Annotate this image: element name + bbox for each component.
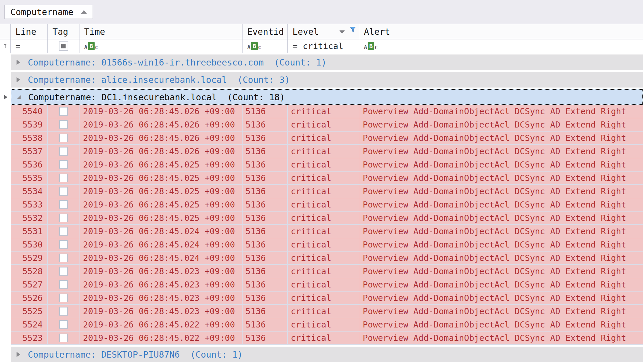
level-cell[interactable]: critical: [288, 145, 359, 158]
group-row-bar[interactable]: Computername: DESKTOP-PIU87N6 (Count: 1): [11, 347, 643, 362]
tag-checkbox[interactable]: [59, 334, 68, 342]
line-cell[interactable]: 5526: [11, 292, 48, 305]
tag-cell[interactable]: [48, 105, 80, 118]
alert-cell[interactable]: Powerview Add-DomainObjectAcl DCSync AD …: [359, 265, 643, 278]
line-cell[interactable]: 5540: [11, 105, 48, 118]
level-cell[interactable]: critical: [288, 278, 359, 292]
alert-cell[interactable]: Powerview Add-DomainObjectAcl DCSync AD …: [359, 332, 643, 345]
tag-filter-checkbox[interactable]: [59, 41, 68, 51]
time-cell[interactable]: 2019-03-26 06:28:45.023 +09:00: [80, 265, 243, 278]
level-cell[interactable]: critical: [288, 318, 359, 332]
line-cell[interactable]: 5527: [11, 278, 48, 292]
time-cell[interactable]: 2019-03-26 06:28:45.025 +09:00: [80, 198, 243, 212]
line-cell[interactable]: 5536: [11, 158, 48, 172]
alert-cell[interactable]: Powerview Add-DomainObjectAcl DCSync AD …: [359, 158, 643, 172]
eventid-cell[interactable]: 5136: [243, 225, 288, 238]
tag-cell[interactable]: [48, 238, 80, 252]
time-cell[interactable]: 2019-03-26 06:28:45.026 +09:00: [80, 118, 243, 132]
eventid-cell[interactable]: 5136: [243, 105, 288, 118]
level-cell[interactable]: critical: [288, 198, 359, 212]
tag-cell[interactable]: [48, 132, 80, 145]
line-cell[interactable]: 5532: [11, 212, 48, 225]
log-row[interactable]: 5532 2019-03-26 06:28:45.025 +09:00 5136…: [0, 212, 643, 225]
level-active-filter-funnel-icon[interactable]: [349, 25, 356, 35]
alert-cell[interactable]: Powerview Add-DomainObjectAcl DCSync AD …: [359, 212, 643, 225]
time-cell[interactable]: 2019-03-26 06:28:45.023 +09:00: [80, 292, 243, 305]
time-cell[interactable]: 2019-03-26 06:28:45.023 +09:00: [80, 278, 243, 292]
filter-cell-alert[interactable]: ABC: [359, 39, 643, 53]
group-expanded-icon[interactable]: [17, 95, 21, 99]
line-cell[interactable]: 5531: [11, 225, 48, 238]
log-row[interactable]: 5524 2019-03-26 06:28:45.022 +09:00 5136…: [0, 318, 643, 332]
tag-cell[interactable]: [48, 318, 80, 332]
alert-cell[interactable]: Powerview Add-DomainObjectAcl DCSync AD …: [359, 252, 643, 265]
eventid-cell[interactable]: 5136: [243, 212, 288, 225]
tag-checkbox[interactable]: [59, 200, 68, 209]
tag-checkbox[interactable]: [59, 240, 68, 249]
eventid-cell[interactable]: 5136: [243, 118, 288, 132]
column-header-level[interactable]: Level: [288, 24, 359, 39]
level-cell[interactable]: critical: [288, 132, 359, 145]
tag-cell[interactable]: [48, 158, 80, 172]
eventid-cell[interactable]: 5136: [243, 238, 288, 252]
time-cell[interactable]: 2019-03-26 06:28:45.025 +09:00: [80, 172, 243, 185]
eventid-cell[interactable]: 5136: [243, 318, 288, 332]
time-cell[interactable]: 2019-03-26 06:28:45.022 +09:00: [80, 318, 243, 332]
eventid-cell[interactable]: 5136: [243, 305, 288, 318]
tag-cell[interactable]: [48, 198, 80, 212]
tag-checkbox[interactable]: [59, 160, 68, 169]
group-row[interactable]: Computername: DESKTOP-PIU87N6 (Count: 1): [0, 347, 643, 362]
log-row[interactable]: 5539 2019-03-26 06:28:45.026 +09:00 5136…: [0, 118, 643, 132]
log-row[interactable]: 5540 2019-03-26 06:28:45.026 +09:00 5136…: [0, 105, 643, 118]
filter-cell-eventid[interactable]: ABC: [243, 39, 288, 53]
eventid-cell[interactable]: 5136: [243, 158, 288, 172]
time-cell[interactable]: 2019-03-26 06:28:45.025 +09:00: [80, 158, 243, 172]
group-collapsed-icon[interactable]: [17, 60, 20, 65]
log-row[interactable]: 5530 2019-03-26 06:28:45.024 +09:00 5136…: [0, 238, 643, 252]
time-cell[interactable]: 2019-03-26 06:28:45.026 +09:00: [80, 145, 243, 158]
level-filter-value[interactable]: critical: [303, 41, 343, 51]
tag-cell[interactable]: [48, 118, 80, 132]
time-cell[interactable]: 2019-03-26 06:28:45.023 +09:00: [80, 305, 243, 318]
group-row-bar[interactable]: Computername: alice.insecurebank.local (…: [11, 72, 643, 88]
eventid-cell[interactable]: 5136: [243, 132, 288, 145]
alert-cell[interactable]: Powerview Add-DomainObjectAcl DCSync AD …: [359, 305, 643, 318]
log-row[interactable]: 5529 2019-03-26 06:28:45.024 +09:00 5136…: [0, 252, 643, 265]
level-cell[interactable]: critical: [288, 305, 359, 318]
level-cell[interactable]: critical: [288, 212, 359, 225]
tag-checkbox[interactable]: [59, 120, 68, 129]
alert-cell[interactable]: Powerview Add-DomainObjectAcl DCSync AD …: [359, 145, 643, 158]
tag-checkbox[interactable]: [59, 107, 68, 116]
tag-cell[interactable]: [48, 172, 80, 185]
log-row[interactable]: 5535 2019-03-26 06:28:45.025 +09:00 5136…: [0, 172, 643, 185]
time-cell[interactable]: 2019-03-26 06:28:45.025 +09:00: [80, 185, 243, 198]
eventid-cell[interactable]: 5136: [243, 145, 288, 158]
log-row[interactable]: 5538 2019-03-26 06:28:45.026 +09:00 5136…: [0, 132, 643, 145]
line-cell[interactable]: 5534: [11, 185, 48, 198]
tag-cell[interactable]: [48, 332, 80, 345]
line-cell[interactable]: 5537: [11, 145, 48, 158]
tag-checkbox[interactable]: [59, 227, 68, 236]
tag-checkbox[interactable]: [59, 147, 68, 156]
line-cell[interactable]: 5524: [11, 318, 48, 332]
alert-cell[interactable]: Powerview Add-DomainObjectAcl DCSync AD …: [359, 225, 643, 238]
alert-cell[interactable]: Powerview Add-DomainObjectAcl DCSync AD …: [359, 172, 643, 185]
line-cell[interactable]: 5529: [11, 252, 48, 265]
tag-cell[interactable]: [48, 278, 80, 292]
eventid-cell[interactable]: 5136: [243, 198, 288, 212]
column-header-alert[interactable]: Alert: [359, 24, 643, 39]
eventid-cell[interactable]: 5136: [243, 265, 288, 278]
level-cell[interactable]: critical: [288, 105, 359, 118]
tag-checkbox[interactable]: [59, 214, 68, 222]
tag-checkbox[interactable]: [59, 280, 68, 289]
log-row[interactable]: 5525 2019-03-26 06:28:45.023 +09:00 5136…: [0, 305, 643, 318]
alert-cell[interactable]: Powerview Add-DomainObjectAcl DCSync AD …: [359, 132, 643, 145]
eventid-cell[interactable]: 5136: [243, 332, 288, 345]
line-cell[interactable]: 5533: [11, 198, 48, 212]
tag-cell[interactable]: [48, 305, 80, 318]
log-row[interactable]: 5528 2019-03-26 06:28:45.023 +09:00 5136…: [0, 265, 643, 278]
tag-cell[interactable]: [48, 292, 80, 305]
column-header-line[interactable]: Line: [11, 24, 48, 39]
group-row[interactable]: Computername: DC1.insecurebank.local (Co…: [0, 89, 643, 105]
group-collapsed-icon[interactable]: [17, 352, 20, 357]
